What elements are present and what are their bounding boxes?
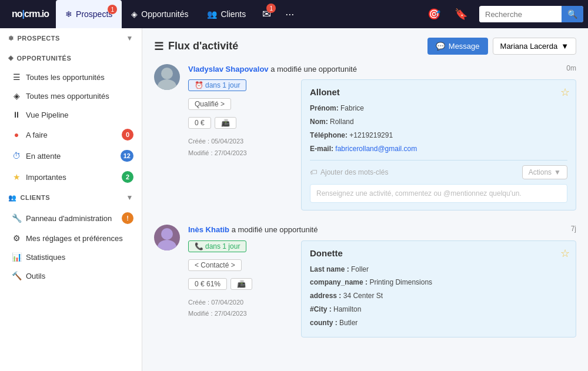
activity-dates: Créée : 05/04/2023 Modifié : 27/04/2023 xyxy=(188,136,294,159)
message-button[interactable]: 💬 Message xyxy=(427,38,488,55)
card-field-email-value[interactable]: fabricerolland@gmail.com xyxy=(335,145,417,153)
tag-contacted[interactable]: < Contacté > xyxy=(188,259,242,271)
sidebar-item-importantes[interactable]: ★ Importantes 2 xyxy=(0,166,142,188)
card-field-company: company_name : Printing Dimensions xyxy=(310,276,567,289)
user-dropdown[interactable]: Mariana Lacerda ▼ xyxy=(493,38,576,55)
sidebar-section-prospects[interactable]: ❄ PROSPECTS ▼ xyxy=(0,28,142,48)
clients-icon: 👥 xyxy=(207,9,217,19)
activity-header: ☰ Flux d'activité 💬 Message Mariana Lace… xyxy=(154,38,576,55)
a-faire-badge: 0 xyxy=(122,129,133,141)
sidebar-item-toutes-opportunites[interactable]: ☰ Toutes les opportunités xyxy=(0,68,142,86)
sidebar-item-toutes-mes-opp[interactable]: ◈ Toutes mes opportunités xyxy=(0,86,142,105)
importantes-badge: 2 xyxy=(122,171,133,183)
nav-tab-opportunites-label: Opportunités xyxy=(141,9,188,19)
more-button[interactable]: ··· xyxy=(278,0,301,28)
sidebar-section-clients[interactable]: 👥 CLIENTS ▼ xyxy=(0,188,142,208)
svg-point-3 xyxy=(158,240,176,250)
nav-tab-clients-label: Clients xyxy=(220,9,246,19)
sidebar-item-statistiques[interactable]: 📊 Statistiques xyxy=(0,248,142,266)
activity-action: a modifié une opportunité xyxy=(269,65,357,73)
tag-qualified[interactable]: Qualifié > xyxy=(188,98,231,110)
tag-fax-2[interactable]: 📠 xyxy=(230,278,252,290)
sidebar-item-panneau-admin[interactable]: 🔧 Panneau d'administration ! xyxy=(0,208,142,229)
nav-tab-prospects[interactable]: ❄ Prospects 1 xyxy=(56,0,122,28)
opportunity-card-2: Donette ☆ Last name : Foller company_nam… xyxy=(301,240,576,337)
sidebar-item-vue-pipeline[interactable]: ⏸ Vue Pipeline xyxy=(0,105,142,124)
tag-keyword-icon: 🏷 xyxy=(310,168,317,176)
chevron-down-clients-icon: ▼ xyxy=(126,193,133,202)
svg-point-0 xyxy=(161,68,173,79)
card-field-email: E-mail: fabricerolland@gmail.com xyxy=(310,142,567,156)
bookmark-icon-button[interactable]: 🔖 xyxy=(447,0,475,28)
search-input[interactable] xyxy=(479,6,562,22)
star-favorite-icon[interactable]: ☆ xyxy=(560,86,570,99)
alert-red-icon: ● xyxy=(12,130,21,139)
actions-button[interactable]: Actions ▼ xyxy=(522,165,567,179)
card-field-company-value: Printing Dimensions xyxy=(369,278,432,286)
tag-clock[interactable]: ⏰ dans 1 jour xyxy=(188,79,246,91)
main-layout: ❄ PROSPECTS ▼ ◈ OPPORTUNITÉS ☰ Toutes le… xyxy=(0,28,588,371)
sidebar-reglages-label: Mes réglages et préférences xyxy=(26,234,123,243)
top-navigation: no|crm.io ❄ Prospects 1 ◈ Opportunités 👥… xyxy=(0,0,588,28)
comment-input: Renseignez une activité, commentez ou @m… xyxy=(310,184,567,203)
tag-amount-2[interactable]: 0 € 61% xyxy=(188,278,227,290)
comment-placeholder: Renseignez une activité, commentez ou @m… xyxy=(316,189,522,198)
activity-item: Vladyslav Shapovalov a modifié une oppor… xyxy=(154,64,576,210)
card-field-address: address : 34 Center St xyxy=(310,289,567,303)
contacted-tags: < Contacté > xyxy=(188,259,294,271)
avatar xyxy=(154,225,180,250)
tag-phone-label: dans 1 jour xyxy=(205,242,240,250)
sidebar-panneau-label: Panneau d'administration xyxy=(26,214,112,223)
tag-phone[interactable]: 📞 dans 1 jour xyxy=(188,240,246,252)
card-field-prenom-value: Fabrice xyxy=(340,104,364,112)
sidebar-item-a-faire[interactable]: ● A faire 0 xyxy=(0,124,142,145)
user-dropdown-label: Mariana Lacerda xyxy=(500,42,558,51)
tag-amount[interactable]: 0 € xyxy=(188,117,211,129)
tag-fax[interactable]: 📠 xyxy=(215,117,236,129)
snowflake-icon: ❄ xyxy=(65,9,72,19)
card-field-nom-value: Rolland xyxy=(330,118,354,126)
star-favorite-icon-2[interactable]: ☆ xyxy=(560,247,570,260)
snowflake-sidebar-icon: ❄ xyxy=(8,35,14,42)
card-field-tel-value: +1219219291 xyxy=(349,131,393,139)
card-title-2: Donette xyxy=(310,248,567,258)
tag-contacted-label: < Contacté > xyxy=(195,261,235,269)
sidebar-pipeline-label: Vue Pipeline xyxy=(26,111,69,119)
nav-tab-opportunites[interactable]: ◈ Opportunités xyxy=(122,0,198,28)
activity-content-2: 📞 dans 1 jour < Contacté > 0 € 61% xyxy=(188,240,576,337)
sidebar-outils-label: Outils xyxy=(26,272,45,280)
chevron-actions-icon: ▼ xyxy=(554,168,561,176)
date-modified: Modifié : 27/04/2023 xyxy=(188,148,294,159)
activity-right: Allonet ☆ Prénom: Fabrice Nom: Rolland T… xyxy=(301,79,576,210)
mail-button[interactable]: ✉ 1 xyxy=(255,0,278,28)
activity-right-2: Donette ☆ Last name : Foller company_nam… xyxy=(301,240,576,337)
more-label: ··· xyxy=(285,8,294,21)
sidebar-item-mes-reglages[interactable]: ⚙ Mes réglages et préférences xyxy=(0,229,142,248)
chart-icon: 📊 xyxy=(12,252,21,262)
card-keywords: 🏷 Ajouter des mots-clés Actions ▼ xyxy=(310,160,567,179)
en-attente-badge: 12 xyxy=(121,150,133,162)
app-logo: no|crm.io xyxy=(5,9,56,19)
sidebar-item-en-attente[interactable]: ⏱ En attente 12 xyxy=(0,145,142,166)
opportunity-card: Allonet ☆ Prénom: Fabrice Nom: Rolland T… xyxy=(301,79,576,210)
diamond-sidebar-icon: ◈ xyxy=(8,54,14,62)
card-fields-2: Last name : Foller company_name : Printi… xyxy=(310,263,567,330)
message-button-label: Message xyxy=(449,42,480,51)
target-icon-button[interactable]: 🎯 xyxy=(420,0,447,28)
activity-tags: ⏰ dans 1 jour xyxy=(188,79,294,91)
amount-tags: 0 € 📠 xyxy=(188,117,294,129)
chevron-down-icon: ▼ xyxy=(126,34,133,42)
sidebar-en-attente-label: En attente xyxy=(26,152,61,161)
card-field-city: #City : Hamilton xyxy=(310,303,567,316)
sidebar-section-opportunites[interactable]: ◈ OPPORTUNITÉS xyxy=(0,48,142,68)
nav-tab-clients[interactable]: 👥 Clients xyxy=(198,0,255,28)
activity-dates-2: Créée : 07/04/2020 Modifié : 27/04/2023 xyxy=(188,297,294,320)
activity-title: ☰ Flux d'activité xyxy=(154,40,238,53)
activity-body: Vladyslav Shapovalov a modifié une oppor… xyxy=(188,64,576,210)
date-modified-2: Modifié : 27/04/2023 xyxy=(188,308,294,320)
clients-sidebar-icon: 👥 xyxy=(8,194,17,202)
activity-author-2: Inès Khatib xyxy=(188,225,229,234)
search-button[interactable]: 🔍 xyxy=(562,6,583,22)
sidebar-item-outils[interactable]: 🔨 Outils xyxy=(0,266,142,285)
card-field-nom: Nom: Rolland xyxy=(310,115,567,129)
